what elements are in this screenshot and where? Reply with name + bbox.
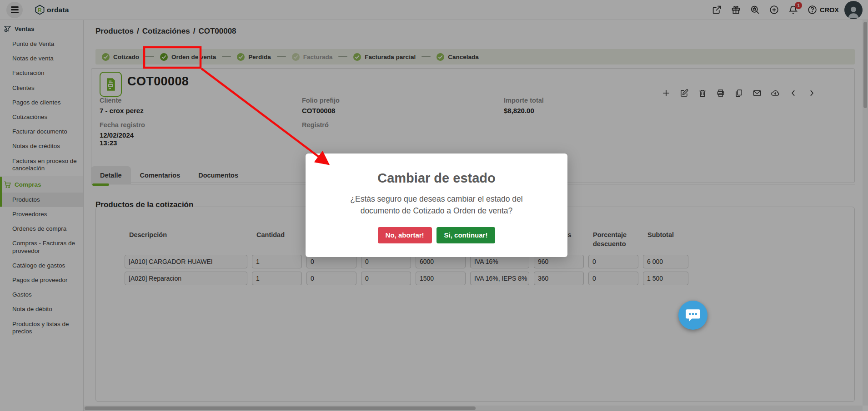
modal-buttons: No, abortar! Si, continuar!: [306, 227, 567, 243]
app-window: R ordata 1: [0, 0, 868, 411]
confirm-button[interactable]: Si, continuar!: [437, 227, 496, 243]
chat-bubble-icon: [685, 308, 701, 322]
cancel-button[interactable]: No, abortar!: [378, 227, 432, 243]
modal-title: Cambiar de estado: [306, 171, 567, 186]
change-status-modal: Cambiar de estado ¿Estás seguro que dese…: [306, 154, 567, 257]
modal-message: ¿Estás seguro que deseas cambiar el esta…: [330, 193, 543, 217]
chat-widget-button[interactable]: [678, 301, 707, 330]
